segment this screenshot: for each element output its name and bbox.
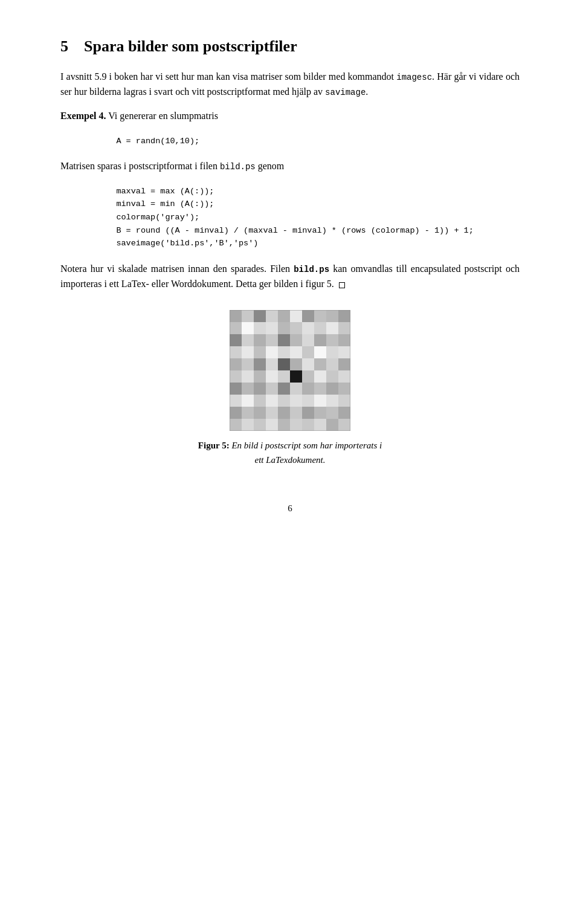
code-block-main: maxval = max (A(:)); minval = min (A(:))… xyxy=(97,185,520,250)
fig-caption-text: En bild i postscript som har importerats… xyxy=(231,441,382,465)
paragraph-4: Notera hur vi skalade matrisen innan den… xyxy=(60,261,520,292)
fig-caption-label: Figur 5: xyxy=(198,441,232,450)
code-line-randn: A = randn(10,10); xyxy=(97,137,199,146)
p1-dot: . xyxy=(366,86,368,97)
section-heading-text: Spara bilder som postscriptfiler xyxy=(84,37,297,55)
example-label: Exempel 4. Vi genererar en slumpmatris xyxy=(60,108,520,124)
p3-text-start: Matrisen sparas i postscriptformat i fil… xyxy=(60,161,220,171)
p3-text-end: genom xyxy=(256,161,285,171)
page-number-text: 6 xyxy=(288,503,292,513)
section-number: 5 xyxy=(60,37,68,55)
page-number: 6 xyxy=(60,503,520,514)
paragraph-1: I avsnitt 5.9 i boken har vi sett hur ma… xyxy=(60,69,520,100)
p1-text: I avsnitt 5.9 i boken har vi sett hur ma… xyxy=(60,71,396,82)
p1-code-imagesc: imagesc xyxy=(396,73,432,82)
proof-end-box xyxy=(339,282,345,288)
paragraph-3: Matrisen sparas i postscriptformat i fil… xyxy=(60,158,520,174)
figure-container: Figur 5: En bild i postscript som har im… xyxy=(193,310,387,467)
p4-code-bild: bild.ps xyxy=(294,265,329,274)
figure-image xyxy=(230,310,350,431)
section-title: 5 Spara bilder som postscriptfiler xyxy=(60,36,520,57)
example-label-text: Exempel 4. xyxy=(60,111,106,121)
code-block-randn: A = randn(10,10); xyxy=(97,135,520,148)
p4-text-start: Notera hur vi skalade matrisen innan den… xyxy=(60,263,294,274)
example-desc: Vi genererar en slumpmatris xyxy=(108,111,218,121)
p3-code-bild: bild.ps xyxy=(220,162,256,172)
p1-code-savimage: savimage xyxy=(325,88,366,97)
figure-caption: Figur 5: En bild i postscript som har im… xyxy=(193,438,387,467)
